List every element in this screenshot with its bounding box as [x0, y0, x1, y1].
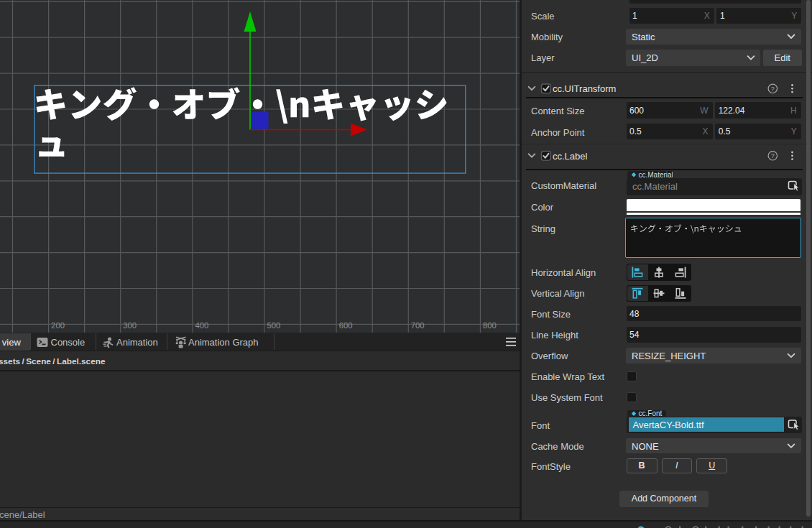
- svg-text:?: ?: [771, 152, 775, 159]
- svg-text:?: ?: [771, 85, 775, 93]
